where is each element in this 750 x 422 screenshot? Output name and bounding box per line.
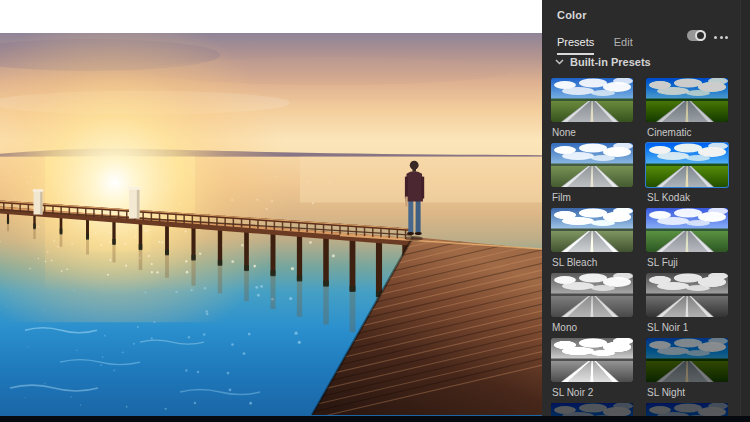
preset-thumbnail[interactable]: [551, 143, 633, 187]
preset-thumbnail[interactable]: [551, 273, 633, 317]
section-builtin-presets[interactable]: Built-in Presets: [555, 56, 651, 68]
preset-thumbnail[interactable]: [646, 273, 728, 317]
preset-thumbnail[interactable]: [551, 78, 633, 122]
preset-label: SL Noir 2: [551, 382, 633, 403]
panel-tabs: Presets Edit: [557, 32, 648, 52]
color-panel: Color Presets Edit Built-in Presets None…: [542, 0, 750, 422]
color-enabled-toggle[interactable]: [687, 30, 706, 41]
preview-photo: [0, 33, 542, 416]
tab-presets[interactable]: Presets: [557, 36, 594, 55]
preset-thumbnail[interactable]: [646, 78, 728, 122]
preset-item[interactable]: Cinematic: [646, 78, 728, 143]
more-options-icon[interactable]: [714, 33, 728, 41]
section-label: Built-in Presets: [570, 56, 651, 68]
preset-thumbnail[interactable]: [551, 208, 633, 252]
preset-label: None: [551, 122, 633, 143]
preset-label: SL Night: [646, 382, 728, 403]
preset-item[interactable]: SL Bleach: [551, 208, 633, 273]
preset-item[interactable]: None: [551, 78, 633, 143]
preset-label: SL Noir 1: [646, 317, 728, 338]
preset-thumbnail[interactable]: [646, 208, 728, 252]
preset-label: SL Kodak: [646, 187, 728, 208]
preset-item[interactable]: SL Kodak: [646, 143, 728, 208]
panel-title: Color: [557, 9, 587, 21]
preset-item[interactable]: SL Fuji: [646, 208, 728, 273]
preset-label: Mono: [551, 317, 633, 338]
scrollbar-track[interactable]: [740, 0, 750, 422]
chevron-down-icon: [555, 59, 564, 65]
preset-label: Cinematic: [646, 122, 728, 143]
bottom-divider: [0, 416, 750, 422]
tab-edit[interactable]: Edit: [614, 36, 633, 53]
preset-item[interactable]: SL Noir 2: [551, 338, 633, 403]
preset-thumbnail[interactable]: [551, 338, 633, 382]
preset-label: Film: [551, 187, 633, 208]
preset-grid: None Cinematic Film SL Kodak SL Bleach S…: [551, 78, 741, 422]
preset-item[interactable]: Mono: [551, 273, 633, 338]
toggle-knob-icon: [695, 30, 706, 41]
preset-thumbnail[interactable]: [646, 143, 728, 187]
preset-item[interactable]: Film: [551, 143, 633, 208]
preset-item[interactable]: SL Night: [646, 338, 728, 403]
preset-label: SL Bleach: [551, 252, 633, 273]
preset-thumbnail[interactable]: [646, 338, 728, 382]
preset-item[interactable]: SL Noir 1: [646, 273, 728, 338]
preset-label: SL Fuji: [646, 252, 728, 273]
